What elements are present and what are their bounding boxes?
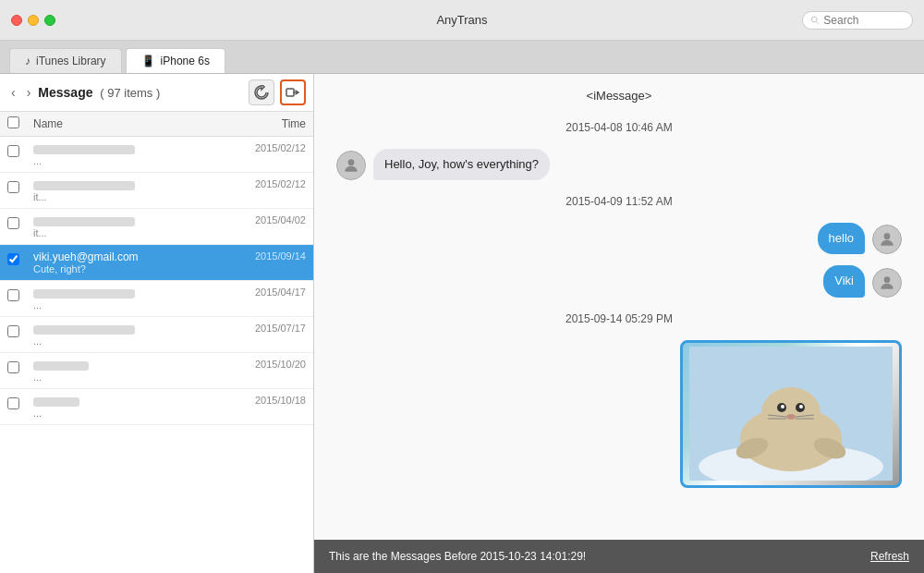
row-sender <box>33 286 223 299</box>
list-item[interactable]: it... 2015/04/02 <box>0 209 313 245</box>
row-checkbox[interactable] <box>7 397 19 409</box>
minimize-button[interactable] <box>28 15 39 26</box>
tab-iphone-label: iPhone 6s <box>161 55 210 67</box>
main-content: ‹ › Message ( 97 items ) <box>0 74 924 573</box>
list-item-selected[interactable]: viki.yueh@gmail.com Cute, right? 2015/09… <box>0 245 313 281</box>
row-sender <box>33 178 223 191</box>
row-checkbox-cell <box>7 178 33 197</box>
close-button[interactable] <box>11 15 22 26</box>
row-checkbox[interactable] <box>7 217 19 229</box>
list-item[interactable]: ... 2015/07/17 <box>0 317 313 353</box>
svg-rect-2 <box>286 89 294 96</box>
search-icon <box>810 15 820 26</box>
outgoing-message-row-1: hello <box>336 223 902 254</box>
message-bubble-incoming: Hello, Joy, how's everything? <box>373 149 550 180</box>
svg-point-4 <box>884 234 891 240</box>
svg-point-13 <box>799 405 803 408</box>
row-preview: ... <box>33 155 223 166</box>
svg-point-12 <box>781 405 784 408</box>
row-checkbox-cell <box>7 359 33 377</box>
tab-iphone[interactable]: 📱 iPhone 6s <box>126 48 225 73</box>
refresh-status-button[interactable]: Refresh <box>870 550 909 563</box>
app-title: AnyTrans <box>436 13 487 27</box>
row-content: ... <box>33 359 223 383</box>
list-item[interactable]: ... 2015/04/17 <box>0 281 313 317</box>
panel-actions <box>249 79 306 105</box>
forward-button[interactable]: › <box>23 83 35 102</box>
row-time: 2015/02/12 <box>223 142 306 153</box>
row-checkbox-cell <box>7 142 33 161</box>
panel-title: Message ( 97 items ) <box>38 85 245 100</box>
panel-toolbar: ‹ › Message ( 97 items ) <box>0 74 313 112</box>
row-preview: ... <box>33 408 223 419</box>
row-checkbox-cell <box>7 286 33 305</box>
person-icon <box>878 274 896 292</box>
row-checkbox[interactable] <box>7 361 19 373</box>
window-controls <box>11 15 55 26</box>
row-preview: Cute, right? <box>33 263 223 274</box>
outgoing-image-row <box>336 340 902 488</box>
row-sender: viki.yueh@gmail.com <box>33 250 223 263</box>
avatar <box>336 151 366 180</box>
tab-itunes[interactable]: ♪ iTunes Library <box>9 48 122 73</box>
right-panel: <iMessage> 2015-04-08 10:46 AM Hello, Jo… <box>314 74 924 573</box>
outgoing-message-row-2: Viki <box>336 265 902 297</box>
row-checkbox-cell <box>7 323 33 341</box>
row-time: 2015/10/20 <box>223 359 306 370</box>
row-preview: it... <box>33 227 223 238</box>
svg-point-5 <box>884 276 891 283</box>
svg-point-3 <box>348 160 355 166</box>
row-sender <box>33 142 223 155</box>
col-time-header: Time <box>223 117 306 130</box>
message-list[interactable]: ... 2015/02/12 it... 2015/02/12 it... <box>0 137 313 573</box>
list-item[interactable]: ... 2015/10/18 <box>0 389 313 425</box>
row-time: 2015/02/12 <box>223 178 306 189</box>
list-item[interactable]: it... 2015/02/12 <box>0 173 313 209</box>
status-bar: This are the Messages Before 2015-10-23 … <box>314 540 924 573</box>
date-separator-3: 2015-09-14 05:29 PM <box>336 312 902 325</box>
col-check-header <box>7 116 33 132</box>
row-sender <box>33 214 223 227</box>
svg-line-1 <box>816 21 819 24</box>
row-checkbox[interactable] <box>7 145 19 157</box>
row-content: ... <box>33 142 223 166</box>
person-icon <box>878 230 896 249</box>
transfer-button[interactable] <box>280 79 306 105</box>
image-preview <box>683 343 899 485</box>
image-attachment <box>680 340 902 488</box>
row-time: 2015/07/17 <box>223 323 306 334</box>
row-content: viki.yueh@gmail.com Cute, right? <box>33 250 223 274</box>
list-item[interactable]: ... 2015/10/20 <box>0 353 313 389</box>
status-message: This are the Messages Before 2015-10-23 … <box>329 550 586 563</box>
row-sender <box>33 359 223 372</box>
col-name-header: Name <box>33 117 223 130</box>
row-checkbox[interactable] <box>7 325 19 337</box>
row-sender <box>33 323 223 335</box>
row-time: 2015/10/18 <box>223 395 306 406</box>
row-checkbox[interactable] <box>7 181 19 193</box>
chat-area: <iMessage> 2015-04-08 10:46 AM Hello, Jo… <box>314 74 924 540</box>
search-input[interactable] <box>823 14 905 27</box>
seal-svg <box>689 347 893 481</box>
row-time: 2015/04/02 <box>223 214 306 226</box>
back-button[interactable]: ‹ <box>7 83 19 102</box>
row-checkbox-cell <box>7 395 33 413</box>
transfer-icon <box>286 85 300 100</box>
row-content: ... <box>33 286 223 311</box>
tab-itunes-label: iTunes Library <box>36 55 106 67</box>
select-all-checkbox[interactable] <box>7 116 19 128</box>
refresh-button[interactable] <box>249 79 274 105</box>
refresh-icon <box>254 85 269 100</box>
left-panel: ‹ › Message ( 97 items ) <box>0 74 314 573</box>
phone-icon: 📱 <box>141 55 155 67</box>
column-headers: Name Time <box>0 112 313 137</box>
list-item[interactable]: ... 2015/02/12 <box>0 137 313 173</box>
maximize-button[interactable] <box>44 15 55 26</box>
row-time: 2015/04/17 <box>223 286 306 298</box>
row-checkbox[interactable] <box>7 253 19 265</box>
row-checkbox[interactable] <box>7 289 19 301</box>
date-separator-2: 2015-04-09 11:52 AM <box>336 195 902 208</box>
row-content: ... <box>33 323 223 347</box>
row-checkbox-cell <box>7 214 33 233</box>
search-box[interactable] <box>802 11 913 30</box>
